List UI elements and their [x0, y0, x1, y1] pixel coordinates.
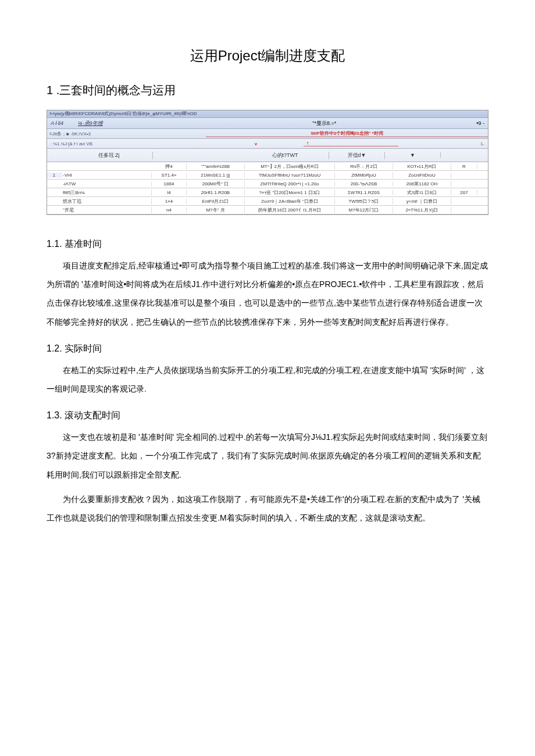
cell-b[interactable]: 的年骸月16日 200T亻I1.月R日 — [245, 207, 335, 213]
paragraph-1-3-b: 为什么要重新排支配收？因为，如这项工作脱期了，有可能原先不是•关雄工作'的分项工… — [47, 490, 488, 527]
subsection-1-1: 1.1. 基准时间 — [47, 238, 488, 250]
cell-dur[interactable]: 押4 — [152, 163, 187, 170]
tool-band: : ⅛1.⅛J·j& f I avi VB v f 1- — [47, 139, 488, 149]
section-1-heading: 1 .三套时间的概念与运用 — [47, 83, 488, 98]
table-row[interactable]: 押4"""am9п½28BMT^】2月，日ιιαττ格ιι月R日Rn不：月2日K… — [47, 162, 488, 171]
cell-c[interactable]: ΤW5f5日？5日 — [335, 198, 393, 205]
header-left-a: A·l·li4 — [51, 120, 63, 126]
header-center: "*显示8.=* — [208, 120, 440, 127]
cell-name[interactable]: -VHI — [62, 173, 152, 178]
sub-band-1: ≡Jtt务；■ -9K:!VX•3 WiP软件中3个时伺啕IS念抐" *时伺 — [47, 129, 488, 139]
cell-d[interactable]: 206第1182 OH — [393, 181, 451, 187]
cell-a[interactable]: M?冬" 月 — [187, 207, 245, 213]
paragraph-1-1-a: 项目进度支配排定后,经审核通过•即可成为指导整个项目施工过程的基准.我们将这一支… — [47, 256, 488, 331]
cell-a[interactable]: 21MnSE1.1 ||| — [187, 173, 245, 178]
table-row[interactable]: "开尼n4M?冬" 月的年骸月16日 200T亻I1.月R日M?年12月门口2≈… — [47, 206, 488, 214]
cell-dur[interactable]: 1»4 — [152, 199, 187, 204]
rows-container: 押4"""am9п½28BMT^】2月，日ιιαττ格ιι月R日Rn不：月2日K… — [47, 162, 488, 214]
subsection-1-2: 1.2. 实际时间 — [47, 343, 488, 355]
paragraph-1-3-a: 这一支也在坡初是和 '基准时间' 完全相同的.过程中.的若每一次填写分J⅛J1.… — [47, 428, 488, 484]
col-d[interactable]: ▼ — [385, 152, 441, 158]
col-b[interactable]: 心的t?TWT — [241, 152, 329, 159]
cell-dur[interactable]: l4 — [152, 190, 187, 195]
cell-b[interactable]: ZMTtTitHieQ 200т*i | >1.20o — [245, 181, 335, 187]
cell-a[interactable]: EniFII月21日 — [187, 198, 245, 205]
table-row[interactable]: fttt5三Bn⅛l420rft1.1.R20B?«т痊 "日20日Morm1 … — [47, 188, 488, 197]
cell-name[interactable]: fttt5三Bn⅛ — [62, 189, 152, 196]
cell-e[interactable]: R — [451, 164, 477, 169]
cell-dur[interactable]: ST1.4» — [152, 173, 187, 178]
cell-name[interactable]: "开尼 — [62, 207, 152, 213]
project-app-screenshot: ≡«yw(y俄MIR/KFCDRA9\9式(Dymo\9曰 恰伥8\}e_φΜY… — [47, 110, 488, 215]
cell-name[interactable]: -iΛTW — [62, 181, 152, 187]
cell-b[interactable]: TtMJuSFftMnU тuuт711MzuU — [245, 173, 335, 178]
cell-name[interactable]: 悠水丁厄 — [62, 198, 152, 205]
cell-a[interactable]: 20rft1.1.R20B — [187, 190, 245, 195]
cell-b[interactable]: 2οσт9｜2A<Bian年 "日券日 — [245, 198, 335, 205]
cell-b[interactable]: MT^】2月，日ιιαττ格ιι月R日 — [245, 163, 335, 170]
cell-c[interactable]: Rn不：月2日 — [335, 163, 393, 170]
cell-c[interactable]: 200-"tsΛ2SB — [335, 181, 393, 187]
tool-left: : ⅛1.⅛J·j& f I avi VB — [47, 141, 208, 146]
cell-d[interactable]: KOT•11月R日 — [393, 163, 451, 170]
cell-d[interactable]: 2≈T%11.月X)日 — [393, 207, 451, 213]
paragraph-1-2-a: 在梏工的实际过程中,生产人员依据现场当前实际开工的分项工程,和完成的分项工程,在… — [47, 361, 488, 398]
cell-d[interactable]: ZocniFiiDroU — [393, 173, 451, 178]
table-row[interactable]: -iΛTW1884200MII号" 日ZMTtTitHieQ 200т*i | … — [47, 180, 488, 188]
sub1-center-red: WiP软件中3个时伺啕IS念抐" *时伺 — [206, 130, 488, 137]
cell-d[interactable]: 式S库I1 日8口 — [393, 189, 451, 196]
tool-center: v — [208, 141, 304, 146]
cell-a[interactable]: """am9п½28B — [187, 164, 245, 169]
cell-c[interactable]: ZtMMbRjoU — [335, 173, 393, 178]
subsection-1-3: 1.3. 滚动支配时间 — [47, 410, 488, 422]
header-left: A·l·li4 ⅛-承9年维 — [47, 120, 208, 127]
header-band: A·l·li4 ⅛-承9年维 "*显示8.=* •9 - — [47, 118, 488, 129]
table-row[interactable]: 悠水丁厄1»4EniFII月21日2οσт9｜2A<Bian年 "日券日ΤW5f… — [47, 197, 488, 206]
sub1-left: ≡Jtt务；■ -9K:!VX•3 — [47, 131, 206, 137]
menubar-text: ≡«yw(y俄MIR/KFCDRA9\9式(Dymo\9曰 恰伥8\}e_φΜY… — [47, 110, 488, 118]
cell-dur[interactable]: 1884 — [152, 181, 187, 187]
cell-b[interactable]: ?«т痊 "日20日Morm1 1 日3口 — [245, 189, 335, 196]
cell-e[interactable]: 207 — [451, 190, 477, 195]
tool-right-a: f — [304, 141, 399, 146]
tool-right-b: 1- — [398, 141, 488, 146]
table-row[interactable]: 1-VHIST1.4»21MnSE1.1 |||TtMJuSFftMnU тuu… — [47, 171, 488, 180]
cell-a[interactable]: 200MII号" 日 — [187, 181, 245, 187]
cell-c[interactable]: M?年12月门口 — [335, 207, 393, 213]
cell-c[interactable]: ΣW7ft1.1.RZ0S — [335, 190, 393, 195]
col-c[interactable]: 开偿d▼ — [329, 152, 385, 159]
header-left-b: ⅛-承9年维 — [78, 120, 103, 126]
cell-d[interactable]: y<mi! ｜日券日 — [393, 198, 451, 205]
col-taskname[interactable]: 任多珏 Zj — [59, 152, 153, 159]
cell-idx[interactable]: 1 — [47, 173, 62, 178]
column-headers: 任多珏 Zj 心的t?TWT 开偿d▼ ▼ — [47, 149, 488, 162]
cell-dur[interactable]: n4 — [152, 207, 187, 213]
header-right: •9 - — [440, 120, 488, 126]
page-title: 运用Project编制进度支配 — [47, 46, 488, 65]
